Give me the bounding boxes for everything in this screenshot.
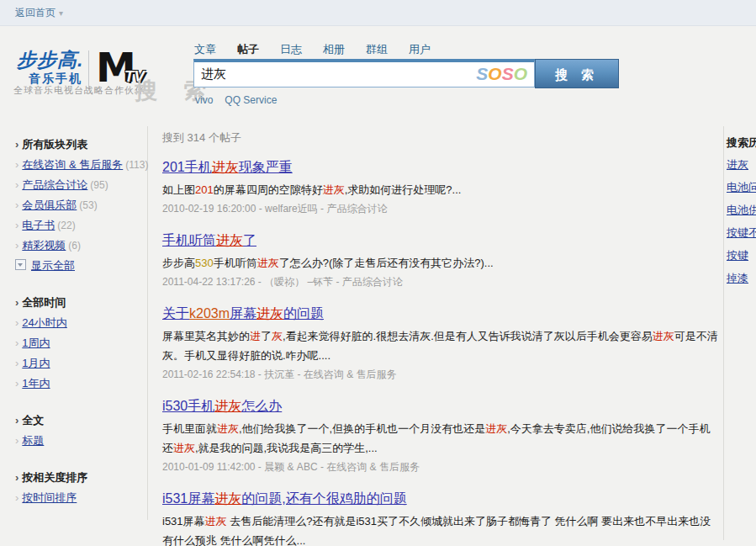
sidebar-item[interactable]: ›在线咨询 & 售后服务(113) — [15, 155, 141, 175]
search-box: SOSO — [193, 59, 535, 87]
result-title-link[interactable]: i531屏幕进灰的问题,还有个很鸡肋的问题 — [162, 491, 407, 506]
search-sub-link[interactable]: vivo — [195, 94, 213, 106]
highlighted-term: 进灰 — [653, 330, 674, 342]
search-tab[interactable]: 相册 — [323, 42, 345, 57]
results-count: 搜到 314 个帖子 — [162, 130, 719, 146]
search-tab[interactable]: 用户 — [409, 42, 431, 57]
result-title: 201手机进灰现象严重 — [162, 158, 719, 177]
sidebar-item[interactable]: ›会员俱乐部(53) — [15, 195, 141, 215]
result-title: 关于k203m屏幕进灰的问题 — [162, 305, 719, 323]
chevron-right-icon: › — [15, 239, 19, 252]
sidebar-item[interactable]: ›24小时内 — [15, 313, 141, 333]
history-item[interactable]: 按键不 — [727, 221, 756, 244]
highlighted-term: 进灰 — [256, 306, 283, 321]
left-divider — [147, 126, 148, 520]
result-title-text: 201手机 — [162, 160, 212, 174]
result-title-link[interactable]: 手机听筒进灰了 — [162, 233, 256, 247]
history-link[interactable]: 电池问 — [727, 181, 756, 193]
result-snippet: 手机里面就进灰,他们给我换了一个,但换的手机也一个月没有也还是进灰,今天拿去专卖… — [162, 419, 719, 458]
result-title-text: 的问题,还有个很鸡肋的问题 — [241, 491, 406, 506]
highlighted-term: 进灰 — [217, 422, 239, 435]
sidebar-section: ›按相关度排序›按时间排序 — [15, 468, 141, 508]
search-sub-links: vivoQQ Service — [195, 94, 288, 106]
sidebar-link[interactable]: 标题 — [22, 434, 44, 447]
highlighted-term: 进灰 — [173, 442, 195, 454]
highlighted-term: 进灰 — [205, 515, 227, 527]
result-item: i530手机进灰怎么办手机里面就进灰,他们给我换了一个,但换的手机也一个月没有也… — [162, 397, 719, 476]
result-snippet-text: ,就是我的问题,我说我是高三的学生,... — [195, 442, 378, 454]
sidebar-link[interactable]: 显示全部 — [31, 259, 75, 272]
highlighted-term: 进灰 — [485, 422, 507, 435]
sidebar-item[interactable]: ›1年内 — [15, 374, 141, 394]
result-snippet-text: 了怎么办?(除了走售后还有没有其它办法?)... — [279, 257, 494, 269]
search-tab[interactable]: 日志 — [280, 42, 302, 57]
highlighted-term: 灰 — [272, 330, 283, 342]
history-link[interactable]: 按键不 — [727, 226, 756, 239]
search-history-header: 搜索历 — [727, 133, 756, 153]
sidebar-count: (6) — [68, 240, 81, 252]
sidebar-item[interactable]: ›按时间排序 — [15, 488, 141, 508]
history-link[interactable]: 电池供 — [727, 204, 756, 216]
sidebar-item[interactable]: ›1月内 — [15, 353, 141, 374]
sidebar-count: (53) — [79, 199, 97, 211]
result-title-text: 屏幕 — [230, 306, 256, 321]
history-link[interactable]: 掉漆 — [727, 272, 748, 284]
sidebar-link[interactable]: 1年内 — [22, 377, 50, 390]
sidebar-item[interactable]: ›精彩视频(6) — [15, 236, 141, 256]
search-input[interactable] — [194, 62, 494, 87]
chevron-right-icon: › — [15, 219, 19, 231]
search-tab[interactable]: 帖子 — [237, 42, 259, 57]
result-title-link[interactable]: i530手机进灰怎么办 — [162, 399, 282, 413]
sidebar-link[interactable]: 1周内 — [22, 337, 50, 349]
sidebar-link[interactable]: 产品综合讨论 — [22, 178, 87, 191]
sidebar-link[interactable]: 1月内 — [22, 357, 50, 369]
result-title-text: i531屏幕 — [162, 491, 214, 506]
sidebar-link[interactable]: 在线咨询 & 售后服务 — [22, 158, 123, 171]
result-title-link[interactable]: 201手机进灰现象严重 — [162, 160, 293, 174]
sidebar-item[interactable]: ›产品综合讨论(95) — [15, 175, 141, 195]
chevron-right-icon: › — [15, 434, 19, 447]
history-item[interactable]: 按键 — [727, 244, 756, 267]
history-item[interactable]: 电池问 — [727, 176, 756, 199]
sidebar-section-title: 全文 — [22, 414, 44, 427]
result-title: i530手机进灰怎么办 — [162, 397, 719, 416]
search-sub-link[interactable]: QQ Service — [225, 94, 277, 106]
search-tab[interactable]: 群组 — [366, 42, 388, 57]
history-link[interactable]: 按键 — [727, 249, 748, 262]
result-title: 手机听筒进灰了 — [162, 231, 719, 250]
history-item[interactable]: 进灰 — [727, 153, 756, 176]
search-button[interactable]: 搜 索 — [535, 59, 619, 88]
sidebar-item[interactable]: ›电子书(22) — [15, 215, 141, 236]
history-item[interactable]: 电池供 — [727, 199, 756, 221]
sidebar-item[interactable]: ›1周内 — [15, 333, 141, 353]
home-link[interactable]: 返回首页▾ — [15, 6, 63, 20]
brand-logo-text: 步步高. — [17, 47, 83, 73]
chevron-right-icon: › — [15, 138, 19, 151]
history-link[interactable]: 进灰 — [727, 158, 748, 171]
result-title-link[interactable]: 关于k203m屏幕进灰的问题 — [162, 306, 324, 321]
sidebar-section-header: ›全部时间 — [15, 293, 141, 313]
home-link-label: 返回首页 — [15, 7, 56, 19]
sidebar-link[interactable]: 电子书 — [22, 219, 55, 231]
sidebar-item[interactable]: ›标题 — [15, 431, 141, 451]
result-title-text: 怎么办 — [241, 399, 282, 413]
history-item[interactable]: 掉漆 — [727, 267, 756, 289]
result-title-text: 手机听筒 — [162, 233, 216, 247]
sidebar-item[interactable]: 显示全部 — [15, 256, 141, 276]
highlighted-term: 201 — [195, 183, 214, 196]
search-tab[interactable]: 文章 — [194, 42, 216, 57]
sidebar-link[interactable]: 会员俱乐部 — [22, 199, 77, 211]
sidebar-link[interactable]: 按时间排序 — [22, 491, 77, 504]
partner-slogan: 全球音乐电视台战略合作伙伴 — [13, 84, 145, 97]
result-title: i531屏幕进灰的问题,还有个很鸡肋的问题 — [162, 490, 719, 508]
result-meta: 2011-04-22 13:17:26 - （嗳祢） –钚苄 - 产品综合讨论 — [162, 273, 719, 291]
sidebar-section-title: 按相关度排序 — [22, 471, 87, 484]
result-snippet-text: ,求助如何进行处理呢?... — [345, 183, 462, 196]
sidebar-link[interactable]: 精彩视频 — [22, 239, 66, 252]
chevron-right-icon: › — [15, 158, 19, 171]
highlighted-term: 进灰 — [216, 233, 243, 247]
sidebar-section-title: 全部时间 — [22, 296, 66, 309]
result-item: 201手机进灰现象严重如上图201的屏幕四周的空隙特好进灰,求助如何进行处理呢?… — [162, 158, 719, 218]
sidebar-link[interactable]: 24小时内 — [22, 316, 66, 329]
result-snippet-text: 去售后能清理么?还有就是i531买了不久倾城就出来了肠子都悔青了 凭什么啊 要出… — [162, 515, 711, 546]
